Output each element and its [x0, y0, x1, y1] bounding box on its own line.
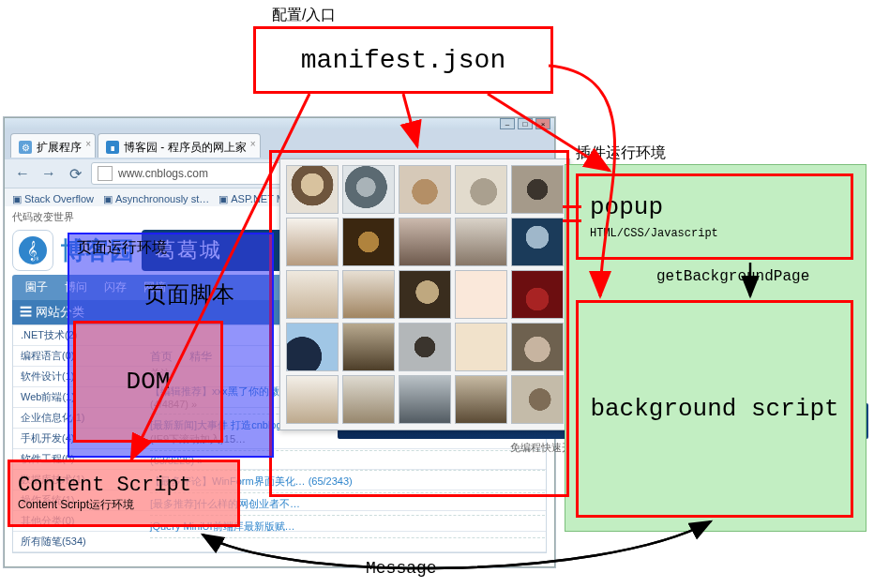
message-label: Message: [366, 559, 437, 578]
dom-box: DOM: [73, 321, 223, 443]
popup-title: popup: [590, 193, 663, 221]
window-controls: – □ ×: [5, 118, 554, 129]
config-entry-label: 配置/入口: [272, 6, 336, 25]
tab-extensions[interactable]: ⚙ 扩展程序 ×: [10, 133, 96, 158]
popup-outline-box: [269, 150, 569, 497]
page-icon: [98, 166, 113, 181]
back-button[interactable]: ←: [12, 163, 33, 184]
dom-label: DOM: [127, 368, 171, 396]
site-logo[interactable]: 𝄠: [12, 230, 53, 271]
reload-button[interactable]: ⟳: [65, 163, 85, 184]
manifest-label: manifest.json: [301, 46, 505, 75]
content-script-box: Content Script Content Script运行环境: [8, 460, 240, 527]
content-script-title: Content Script: [18, 474, 191, 497]
manifest-box: manifest.json: [253, 26, 553, 94]
popup-box: popup HTML/CSS/Javascript: [576, 173, 853, 260]
bookmark-item[interactable]: ▣Stack Overflow: [12, 193, 94, 205]
tab-label: 扩展程序: [37, 140, 82, 156]
section-tab[interactable]: 園子: [18, 278, 55, 297]
tab-label: 博客园 - 程序员的网上家: [124, 140, 247, 156]
background-label: background script: [590, 395, 838, 423]
close-icon[interactable]: ×: [250, 139, 256, 149]
bookmark-label: Asynchronously st…: [115, 193, 209, 204]
page-env-label: 页面运行环境: [77, 238, 167, 258]
bookmark-item[interactable]: ▣Asynchronously st…: [103, 193, 209, 205]
url-text: www.cnblogs.com: [118, 167, 208, 180]
extensions-favicon: ⚙: [19, 141, 32, 154]
connector-stub: [563, 205, 581, 222]
getbackgroundpage-label: getBackgroundPage: [656, 268, 809, 285]
close-button[interactable]: ×: [535, 118, 550, 129]
page-script-label: 页面脚本: [144, 279, 234, 309]
bookmark-label: Stack Overflow: [24, 193, 94, 204]
runtime-env-label: 插件运行环境: [576, 143, 666, 163]
background-box: background script: [576, 300, 853, 518]
minimize-button[interactable]: –: [500, 118, 515, 129]
tab-cnblogs[interactable]: ∎ 博客园 - 程序员的网上家 ×: [98, 133, 261, 158]
forward-button[interactable]: →: [38, 163, 59, 184]
cnblogs-favicon: ∎: [106, 141, 119, 154]
close-icon[interactable]: ×: [85, 139, 91, 149]
content-script-subtitle: Content Script运行环境: [18, 497, 134, 513]
maximize-button[interactable]: □: [518, 118, 533, 129]
rss-icon: 𝄠: [19, 236, 47, 264]
popup-subtitle: HTML/CSS/Javascript: [590, 227, 718, 240]
